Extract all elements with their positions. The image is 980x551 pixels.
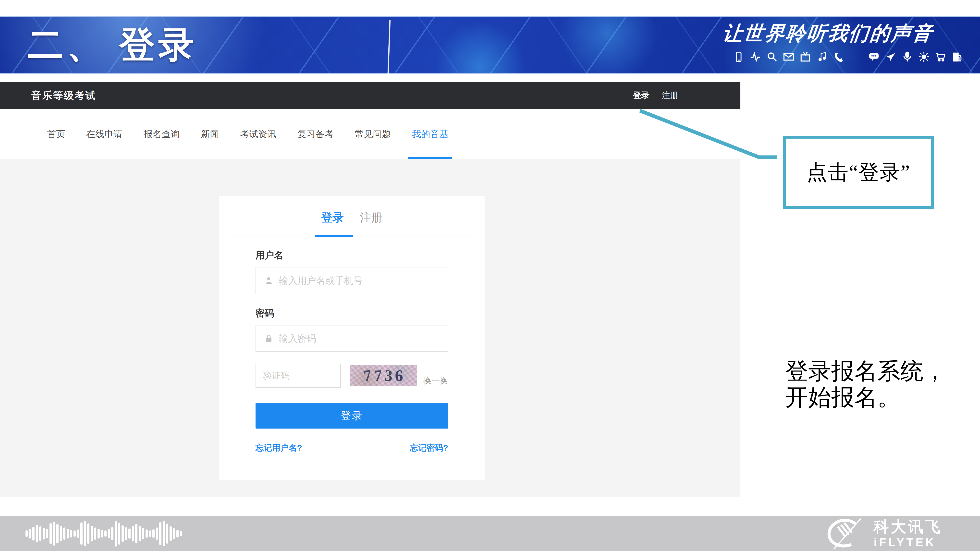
password-field[interactable] (256, 325, 449, 352)
menu-item-4[interactable]: 考试资讯 (240, 109, 276, 159)
slide: 二、 登录 让世界聆听我们的声音 音 (0, 0, 980, 551)
captcha-input[interactable] (263, 370, 340, 381)
mail-icon (783, 51, 794, 62)
airplane-icon (885, 51, 896, 62)
section-title: 二、 登录 (27, 21, 198, 69)
banner-brand: 让世界聆听我们的声音 (723, 20, 963, 62)
username-input[interactable] (278, 275, 448, 286)
captcha-row: 7736 换一换 (256, 364, 449, 387)
captcha-refresh-link[interactable]: 换一换 (423, 375, 448, 386)
menu-item-1[interactable]: 在线申请 (86, 109, 123, 159)
nav-auth: 登录 注册 (633, 82, 678, 109)
lock-icon (264, 333, 274, 343)
iflytek-wordmark: 科大讯飞 iFLYTEK (874, 519, 942, 548)
pulse-icon (750, 51, 761, 62)
login-card: 登录 注册 用户名 密码 (219, 196, 485, 480)
microphone-icon (902, 51, 913, 62)
site-brand: 音乐等级考试 (31, 89, 96, 102)
username-field[interactable] (256, 267, 449, 294)
captcha-image[interactable]: 7736 (350, 365, 417, 386)
brand-slogan: 让世界聆听我们的声音 (721, 20, 964, 47)
iflytek-logo: 科大讯飞 iFLYTEK (821, 516, 942, 551)
brand-icon-row (723, 51, 963, 62)
iflytek-mark-icon (821, 518, 867, 550)
tab-register[interactable]: 注册 (360, 210, 382, 225)
music-note-icon (816, 51, 827, 62)
menu-item-2[interactable]: 报名查询 (143, 109, 180, 159)
login-form: 用户名 密码 7736 (256, 249, 449, 454)
forgot-links: 忘记用户名? 忘记密码? (256, 442, 449, 454)
website-screenshot: 音乐等级考试 登录 注册 首页在线申请报名查询新闻考试资讯复习备考常见问题我的音… (0, 82, 740, 497)
login-tabs: 登录 注册 (231, 210, 473, 225)
forgot-password-link[interactable]: 忘记密码? (410, 442, 449, 454)
active-tab-underline (315, 235, 353, 237)
password-input[interactable] (278, 333, 448, 344)
tv-icon (800, 51, 811, 62)
forgot-username-link[interactable]: 忘记用户名? (256, 442, 302, 454)
captcha-code: 7736 (363, 366, 403, 385)
calligraphy-stroke (387, 20, 391, 80)
iflytek-en: iFLYTEK (874, 536, 942, 548)
tab-divider (231, 236, 473, 236)
footer: 科大讯飞 iFLYTEK (0, 516, 980, 551)
cart-icon (935, 51, 946, 62)
nav-register-link[interactable]: 注册 (662, 90, 678, 101)
page-body: 登录 注册 用户名 密码 (0, 159, 740, 497)
menu-item-7[interactable]: 我的音基 (412, 109, 449, 159)
captcha-field[interactable] (256, 364, 341, 387)
menu-item-0[interactable]: 首页 (47, 109, 65, 159)
chat-bubble-icon (868, 51, 880, 62)
menu-bar: 首页在线申请报名查询新闻考试资讯复习备考常见问题我的音基 (0, 109, 740, 159)
menu-item-5[interactable]: 复习备考 (298, 109, 334, 159)
phone-icon (733, 51, 744, 62)
phone-handset-icon (833, 51, 844, 62)
fuel-pump-icon (951, 51, 963, 62)
callout-text: 点击“登录” (807, 159, 910, 186)
menu-item-6[interactable]: 常见问题 (355, 109, 391, 159)
callout-box: 点击“登录” (783, 136, 934, 209)
site-navbar: 音乐等级考试 登录 注册 (0, 82, 740, 109)
side-note-line2: 开始报名。 (785, 384, 947, 410)
password-label: 密码 (256, 307, 449, 319)
search-icon (766, 51, 778, 62)
nav-login-link[interactable]: 登录 (633, 90, 649, 101)
username-label: 用户名 (256, 249, 449, 262)
side-note: 登录报名系统， 开始报名。 (785, 358, 947, 410)
user-icon (264, 276, 274, 286)
banner: 二、 登录 让世界聆听我们的声音 (0, 16, 980, 74)
audio-waveform-logo (25, 516, 182, 551)
menu-item-3[interactable]: 新闻 (201, 109, 219, 159)
sun-icon (918, 51, 929, 62)
side-note-line1: 登录报名系统， (785, 358, 947, 384)
tab-login[interactable]: 登录 (321, 210, 344, 225)
login-submit-button[interactable]: 登录 (256, 403, 449, 429)
iflytek-cn: 科大讯飞 (874, 519, 942, 534)
